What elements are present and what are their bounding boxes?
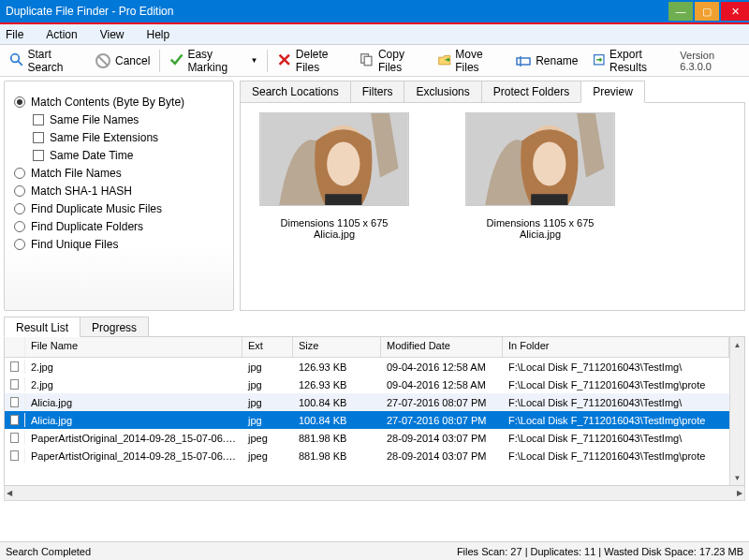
rename-button[interactable]: Rename xyxy=(509,50,583,72)
horizontal-scrollbar[interactable]: ◀ ▶ xyxy=(4,486,745,501)
copy-files-button[interactable]: Copy Files xyxy=(354,45,429,77)
start-search-label: Start Search xyxy=(28,48,81,74)
col-size[interactable]: Size xyxy=(293,337,381,357)
menu-file[interactable]: File xyxy=(6,28,23,41)
svg-point-0 xyxy=(11,53,20,62)
cell-ext: jpeg xyxy=(242,431,293,446)
dropdown-icon: ▼ xyxy=(251,56,258,65)
minimize-button[interactable]: — xyxy=(668,2,693,21)
cell-folder: F:\Local Disk F_7112016043\TestImg\ xyxy=(503,431,729,446)
col-folder[interactable]: In Folder xyxy=(503,337,729,357)
svg-point-15 xyxy=(533,141,565,185)
cell-size: 881.98 KB xyxy=(293,431,381,446)
search-icon xyxy=(9,52,24,69)
cell-size: 126.93 KB xyxy=(293,360,381,375)
grid-body[interactable]: 2.jpgjpg126.93 KB09-04-2016 12:58 AMF:\L… xyxy=(5,358,729,485)
menu-action[interactable]: Action xyxy=(46,28,77,41)
close-button[interactable]: ✕ xyxy=(721,2,749,21)
result-grid: File Name Ext Size Modified Date In Fold… xyxy=(4,336,745,486)
opt-same-date[interactable]: Same Date Time xyxy=(33,149,224,162)
version-label: Version 6.3.0.0 xyxy=(680,50,740,72)
cell-date: 28-09-2014 03:07 PM xyxy=(381,431,503,446)
radio-icon xyxy=(14,203,25,214)
scroll-down-icon[interactable]: ▼ xyxy=(730,470,744,485)
tab-protect-folders[interactable]: Protect Folders xyxy=(481,81,581,103)
table-row[interactable]: Alicia.jpgjpg100.84 KB27-07-2016 08:07 P… xyxy=(5,393,729,411)
menu-help[interactable]: Help xyxy=(147,28,170,41)
opt-match-sha[interactable]: Match SHA-1 HASH xyxy=(14,184,224,198)
cancel-button[interactable]: Cancel xyxy=(89,50,155,72)
opt-find-music[interactable]: Find Duplicate Music Files xyxy=(14,202,224,215)
menu-view[interactable]: View xyxy=(100,28,125,41)
move-label: Move Files xyxy=(455,48,502,74)
table-row[interactable]: Alicia.jpgjpg100.84 KB27-07-2016 08:07 P… xyxy=(5,411,729,429)
grid-header: File Name Ext Size Modified Date In Fold… xyxy=(5,337,729,358)
cell-ext: jpg xyxy=(242,377,293,392)
move-files-button[interactable]: Move Files xyxy=(432,45,507,77)
preview-panel: Dimensions 1105 x 675 Alicia.jpg Dimensi… xyxy=(240,102,745,311)
scroll-right-icon[interactable]: ▶ xyxy=(737,489,742,497)
col-modified[interactable]: Modified Date xyxy=(381,337,503,357)
opt-same-ext[interactable]: Same File Extensions xyxy=(33,131,224,144)
maximize-button[interactable]: ▢ xyxy=(695,2,719,21)
cell-date: 27-07-2016 08:07 PM xyxy=(381,395,503,410)
export-icon xyxy=(592,52,607,69)
cell-ext: jpeg xyxy=(242,449,293,464)
opt-find-unique[interactable]: Find Unique Files xyxy=(14,238,224,251)
cell-date: 27-07-2016 08:07 PM xyxy=(381,413,503,428)
cancel-icon xyxy=(95,52,111,69)
row-checkbox[interactable] xyxy=(10,415,19,425)
scroll-left-icon[interactable]: ◀ xyxy=(7,489,12,497)
start-search-button[interactable]: Start Search xyxy=(4,45,87,77)
row-checkbox[interactable] xyxy=(10,397,19,407)
row-checkbox[interactable] xyxy=(10,361,19,372)
cell-folder: F:\Local Disk F_7112016043\TestImg\prote xyxy=(503,377,729,392)
tab-result-list[interactable]: Result List xyxy=(4,317,81,337)
cell-ext: jpg xyxy=(242,395,293,410)
table-row[interactable]: 2.jpgjpg126.93 KB09-04-2016 12:58 AMF:\L… xyxy=(5,376,729,393)
easy-marking-button[interactable]: Easy Marking ▼ xyxy=(164,45,263,77)
tab-progress[interactable]: Progress xyxy=(80,317,149,337)
col-ext[interactable]: Ext xyxy=(242,337,293,357)
row-checkbox[interactable] xyxy=(10,433,19,443)
vertical-scrollbar[interactable]: ▲ ▼ xyxy=(729,337,744,485)
opt-match-names[interactable]: Match File Names xyxy=(14,167,224,180)
rename-label: Rename xyxy=(536,54,578,67)
cell-size: 126.93 KB xyxy=(293,377,381,392)
svg-line-3 xyxy=(98,56,108,66)
preview-item[interactable]: Dimensions 1105 x 675 Alicia.jpg xyxy=(456,112,624,240)
cell-folder: F:\Local Disk F_7112016043\TestImg\ xyxy=(503,395,729,410)
cell-filename: Alicia.jpg xyxy=(25,413,242,428)
opt-match-contents[interactable]: Match Contents (Byte By Byte) xyxy=(14,96,224,109)
opt-find-folders[interactable]: Find Duplicate Folders xyxy=(14,220,224,233)
delete-icon xyxy=(277,52,292,69)
cell-size: 100.84 KB xyxy=(293,395,381,410)
export-results-button[interactable]: Export Results xyxy=(586,45,679,77)
table-row[interactable]: 2.jpgjpg126.93 KB09-04-2016 12:58 AMF:\L… xyxy=(5,358,729,376)
scroll-up-icon[interactable]: ▲ xyxy=(730,337,744,352)
delete-label: Delete Files xyxy=(296,48,347,74)
col-check[interactable] xyxy=(5,337,25,357)
cell-filename: PaperArtistOriginal_2014-09-28_15-07-06.… xyxy=(25,431,242,446)
checkbox-icon xyxy=(33,114,44,125)
col-filename[interactable]: File Name xyxy=(25,337,242,357)
row-checkbox[interactable] xyxy=(10,450,19,461)
preview-thumb xyxy=(259,112,409,206)
preview-item[interactable]: Dimensions 1105 x 675 Alicia.jpg xyxy=(250,112,419,240)
row-checkbox[interactable] xyxy=(10,379,19,390)
tab-search-locations[interactable]: Search Locations xyxy=(240,81,351,103)
export-label: Export Results xyxy=(609,48,672,74)
tab-preview[interactable]: Preview xyxy=(580,81,645,103)
tab-exclusions[interactable]: Exclusions xyxy=(404,81,481,103)
table-row[interactable]: PaperArtistOriginal_2014-09-28_15-07-06.… xyxy=(5,447,729,464)
table-row[interactable]: PaperArtistOriginal_2014-09-28_15-07-06.… xyxy=(5,429,729,447)
opt-same-names[interactable]: Same File Names xyxy=(33,113,224,126)
radio-icon xyxy=(14,239,25,250)
check-icon xyxy=(169,52,184,69)
toolbar-separator xyxy=(159,50,160,72)
window-controls: — ▢ ✕ xyxy=(668,0,749,22)
preview-filename: Alicia.jpg xyxy=(314,228,355,240)
status-bar: Search Completed Files Scan: 27 | Duplic… xyxy=(0,541,749,560)
tab-filters[interactable]: Filters xyxy=(350,81,405,103)
delete-files-button[interactable]: Delete Files xyxy=(272,45,352,77)
